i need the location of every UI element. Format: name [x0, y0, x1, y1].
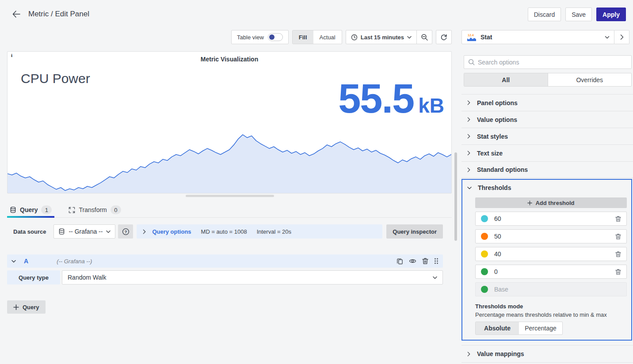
section-text-size[interactable]: Text size: [461, 144, 633, 161]
chevron-down-icon: [433, 276, 437, 279]
query-type-select[interactable]: Random Walk: [62, 270, 443, 284]
threshold-row-base: Base: [475, 282, 627, 296]
options-search-input[interactable]: [478, 59, 627, 66]
apply-button[interactable]: Apply: [596, 8, 626, 21]
refresh-icon: [440, 34, 447, 41]
threshold-row: 60: [475, 212, 627, 226]
hide-query-button[interactable]: [409, 258, 416, 264]
threshold-color-swatch[interactable]: [481, 215, 488, 222]
interval-text: Interval = 20s: [257, 228, 291, 235]
chevron-down-icon: [106, 230, 111, 233]
panel-title: Metric Visualization: [8, 56, 451, 63]
chevron-right-icon: [467, 117, 470, 122]
toggle-knob: [269, 34, 275, 40]
section-stat-styles[interactable]: Stat styles: [461, 128, 633, 144]
help-circle-icon: ?: [122, 228, 130, 235]
pane-resize-handle[interactable]: [186, 195, 274, 197]
table-view-control: Table view: [231, 30, 289, 44]
filter-tab-all[interactable]: All: [464, 73, 548, 86]
data-source-value: -- Grafana --: [69, 228, 103, 235]
table-view-label: Table view: [237, 34, 264, 41]
section-standard-options[interactable]: Standard options: [461, 161, 633, 178]
chevron-down-icon: [407, 36, 412, 39]
save-button[interactable]: Save: [565, 8, 592, 21]
chevron-down-icon: [467, 186, 472, 190]
add-query-button[interactable]: Query: [7, 300, 46, 314]
visualization-name: Stat: [480, 34, 601, 41]
fill-option[interactable]: Fill: [293, 30, 313, 44]
chevron-right-icon: [467, 100, 470, 105]
thresholds-mode-label: Thresholds mode: [475, 303, 627, 310]
duplicate-query-button[interactable]: [397, 258, 403, 265]
data-source-select[interactable]: -- Grafana --: [53, 224, 115, 239]
add-query-label: Query: [23, 304, 39, 311]
add-threshold-button[interactable]: Add threshold: [475, 197, 627, 208]
query-count-badge: 1: [41, 205, 52, 214]
threshold-value-input[interactable]: 50: [494, 233, 615, 240]
vertical-scrollbar[interactable]: [454, 152, 457, 241]
visualization-picker-row: 12.4 Stat: [461, 30, 629, 44]
trash-icon: [615, 233, 621, 240]
zoom-out-icon: [421, 34, 428, 41]
section-panel-options[interactable]: Panel options: [461, 94, 633, 111]
trash-icon: [615, 269, 621, 275]
threshold-color-swatch[interactable]: [481, 233, 488, 240]
threshold-color-swatch[interactable]: [481, 286, 488, 293]
query-type-label: Query type: [7, 270, 60, 284]
trash-icon: [615, 251, 621, 258]
actual-option[interactable]: Actual: [313, 30, 342, 44]
clock-icon: [351, 34, 358, 41]
chevron-right-icon: [467, 134, 470, 139]
query-row-header[interactable]: A (-- Grafana --): [7, 254, 443, 268]
table-view-toggle[interactable]: [268, 33, 283, 41]
filter-tab-overrides[interactable]: Overrides: [548, 73, 632, 86]
drag-query-handle[interactable]: [434, 258, 439, 265]
discard-button[interactable]: Discard: [528, 8, 561, 21]
chevron-right-icon: [467, 352, 470, 356]
threshold-color-swatch[interactable]: [481, 268, 488, 275]
delete-threshold-button[interactable]: [615, 233, 621, 240]
section-value-options[interactable]: Value options: [461, 111, 633, 128]
refresh-button[interactable]: [436, 30, 452, 44]
thresholds-header[interactable]: Thresholds: [462, 180, 631, 191]
stat-viz-icon: 12.4: [466, 33, 477, 42]
time-range-picker[interactable]: Last 15 minutes: [346, 30, 416, 44]
query-options-link[interactable]: Query options: [152, 228, 191, 235]
chevron-down-icon: [605, 36, 610, 39]
section-value-mappings[interactable]: Value mappings: [461, 345, 633, 363]
delete-threshold-button[interactable]: [615, 269, 621, 275]
svg-text:?: ?: [125, 229, 127, 234]
data-source-help-button[interactable]: ?: [118, 224, 133, 239]
zoom-out-button[interactable]: [416, 30, 432, 44]
back-arrow-button[interactable]: [10, 8, 23, 21]
stat-unit: kB: [418, 94, 444, 118]
delete-query-button[interactable]: [422, 258, 428, 265]
plus-icon: [527, 201, 532, 205]
transform-icon: [69, 207, 75, 213]
grip-dots-icon: [434, 258, 439, 265]
delete-threshold-button[interactable]: [615, 216, 621, 222]
viz-options-expand-button[interactable]: [614, 30, 629, 44]
fill-actual-segment: Fill Actual: [292, 30, 342, 44]
mode-absolute[interactable]: Absolute: [476, 322, 519, 334]
visualization-select[interactable]: 12.4 Stat: [461, 30, 614, 44]
thresholds-mode-description: Percentage means thresholds relative to …: [475, 311, 627, 318]
threshold-color-swatch[interactable]: [481, 250, 488, 258]
threshold-value-input[interactable]: 40: [494, 250, 615, 258]
options-search[interactable]: [464, 55, 632, 69]
query-inspector-button[interactable]: Query inspector: [386, 224, 443, 239]
options-sections: Panel options Value options Stat styles …: [461, 94, 633, 178]
delete-threshold-button[interactable]: [615, 251, 621, 258]
tab-transform[interactable]: Transform 0: [66, 202, 123, 217]
mode-percentage[interactable]: Percentage: [519, 322, 562, 334]
stat-panel[interactable]: i Metric Visualization CPU Power 55.5 kB: [7, 51, 452, 193]
threshold-value-input[interactable]: 60: [494, 215, 615, 222]
tab-query[interactable]: Query 1: [7, 202, 54, 217]
stat-number: 55.5: [338, 78, 414, 119]
collapse-chevron-icon[interactable]: [11, 260, 16, 263]
plus-icon: [13, 304, 19, 310]
data-source-label: Data source: [13, 228, 46, 235]
threshold-value-input[interactable]: 0: [494, 268, 615, 275]
thresholds-section: Thresholds Add threshold 60 50 40 0: [461, 179, 632, 341]
query-options-bar: Query options MD = auto = 1008 Interval …: [137, 224, 382, 239]
